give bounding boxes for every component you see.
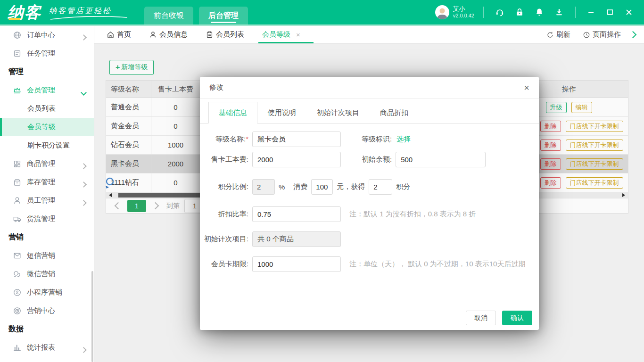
- clock-icon: [583, 31, 590, 39]
- crown-icon: [12, 86, 22, 95]
- card-fee-label: 售卡工本费:: [200, 155, 248, 164]
- chevron-right-icon: [82, 346, 86, 354]
- sidebar-item-wechat-marketing[interactable]: 微信营销: [0, 265, 94, 283]
- choose-badge-link[interactable]: 选择: [396, 135, 411, 144]
- card-term-input[interactable]: [252, 256, 341, 272]
- page-tab-bar: 首页 会员信息 会员列表 会员等级 × 刷新 页面操作: [94, 26, 644, 44]
- sidebar-subitem-member-list[interactable]: 会员列表: [0, 99, 94, 118]
- top-right-cluster: 艾小 v2.0.0.42: [435, 5, 644, 19]
- discount-rate-note: 注：默认 1 为没有折扣，0.8 表示为 8 折: [349, 210, 476, 219]
- tasks-icon: [12, 49, 22, 58]
- lock-button[interactable]: [510, 8, 529, 17]
- store-limit-button[interactable]: 门店线下开卡限制: [566, 158, 623, 170]
- modal-body: 等级名称:* 等级标识: 选择 售卡工本费: 初始余额: 积分比例: % 消费 …: [200, 123, 539, 272]
- sidebar-section-marketing: 营销: [0, 228, 94, 247]
- sidebar-item-member-management[interactable]: 会员管理: [0, 81, 94, 99]
- brand-tagline: 纳客管店更轻松: [49, 6, 129, 16]
- card-fee-input[interactable]: [252, 152, 341, 167]
- tab-member-list[interactable]: 会员列表: [206, 26, 244, 43]
- avatar-person-icon: [435, 5, 449, 19]
- sidebar-item-inventory-management[interactable]: 库存管理: [0, 173, 94, 191]
- points-ratio-input: [252, 179, 275, 195]
- level-name-input[interactable]: [252, 132, 341, 147]
- delete-button[interactable]: 删除: [540, 158, 561, 170]
- modal-tab-initial-count-items[interactable]: 初始计次项目: [306, 102, 370, 123]
- cancel-button[interactable]: 取消: [466, 311, 496, 325]
- sidebar-item-goods-management[interactable]: 商品管理: [0, 155, 94, 173]
- delete-button[interactable]: 删除: [540, 177, 561, 189]
- sidebar-subitem-member-level[interactable]: 会员等级: [0, 118, 94, 136]
- upgrade-button[interactable]: 升级: [546, 102, 567, 113]
- sidebar-item-logistics-management[interactable]: 货流管理: [0, 210, 94, 228]
- sidebar-section-management: 管理: [0, 63, 94, 81]
- confirm-button[interactable]: 确认: [502, 311, 532, 325]
- add-level-button[interactable]: + 新增等级: [109, 60, 154, 75]
- modal-tab-goods-discount[interactable]: 商品折扣: [370, 102, 419, 123]
- support-button[interactable]: [490, 8, 510, 17]
- tab-home[interactable]: 首页: [107, 26, 131, 43]
- page-current[interactable]: 1: [127, 200, 146, 212]
- tab-label: 会员列表: [216, 30, 244, 39]
- edit-level-modal: 修改 × 基础信息 使用说明 初始计次项目 商品折扣 等级名称:* 等级标识: …: [200, 77, 539, 330]
- tab-label: 会员信息: [159, 30, 188, 39]
- delete-button[interactable]: 删除: [540, 121, 561, 132]
- sidebar-item-task-management[interactable]: 任务管理: [0, 44, 94, 63]
- download-button[interactable]: [549, 8, 569, 17]
- column-header-level-name: 等级名称: [106, 81, 151, 98]
- points-ratio-label: 积分比例:: [200, 182, 248, 191]
- tabbar-actions: 刷新 页面操作: [534, 30, 644, 39]
- store-limit-button[interactable]: 门店线下开卡限制: [566, 121, 623, 132]
- sidebar-item-statistics-reports[interactable]: 统计报表: [0, 338, 94, 357]
- sidebar-item-staff-management[interactable]: 员工管理: [0, 191, 94, 210]
- sidebar-item-miniapp-marketing[interactable]: 小程序营销: [0, 283, 94, 302]
- window-maximize-button[interactable]: [601, 8, 619, 17]
- scroll-right-icon[interactable]: [622, 193, 625, 197]
- refresh-icon: [546, 31, 554, 39]
- chevron-right-icon: [82, 162, 86, 170]
- form-row-points-ratio: 积分比例: % 消费 元，获得 积分: [200, 179, 539, 195]
- tab-member-level[interactable]: 会员等级 ×: [262, 26, 300, 43]
- delete-button[interactable]: 删除: [540, 140, 561, 151]
- earn-points-input[interactable]: [369, 179, 392, 195]
- tabbar-expand-button[interactable]: [630, 31, 636, 39]
- notifications-button[interactable]: [529, 8, 549, 17]
- scroll-left-icon[interactable]: [109, 193, 112, 197]
- modal-footer: 取消 确认: [466, 311, 532, 325]
- sidebar-subitem-card-points[interactable]: 刷卡积分设置: [0, 136, 94, 155]
- discount-rate-input[interactable]: [252, 206, 341, 222]
- sidebar-item-partial[interactable]: [0, 357, 94, 362]
- tab-member-info[interactable]: 会员信息: [149, 26, 188, 43]
- modal-tab-basic-info[interactable]: 基础信息: [208, 102, 257, 123]
- miniapp-icon: [12, 288, 22, 297]
- refresh-button[interactable]: 刷新: [546, 30, 570, 39]
- store-limit-button[interactable]: 门店线下开卡限制: [566, 140, 623, 151]
- window-close-button[interactable]: [619, 8, 638, 17]
- page-actions-button[interactable]: 页面操作: [583, 30, 621, 39]
- nav-admin-button[interactable]: 后台管理: [199, 7, 248, 25]
- brand-tagline-wrap: 纳客管店更轻松: [49, 6, 129, 20]
- store-limit-button[interactable]: 门店线下开卡限制: [566, 177, 623, 189]
- top-header-bar: 纳客 纳客管店更轻松 前台收银 后台管理 艾小 v2.0.0.42: [0, 0, 644, 25]
- nav-pos-cashier-button[interactable]: 前台收银: [144, 7, 193, 25]
- page-next-button[interactable]: [153, 202, 158, 210]
- user-icon: [149, 31, 157, 39]
- avatar[interactable]: [435, 5, 449, 19]
- consume-amount-input[interactable]: [311, 179, 333, 195]
- edit-button[interactable]: 编辑: [571, 102, 592, 113]
- header-divider: [575, 7, 576, 18]
- tab-close-icon[interactable]: ×: [296, 31, 300, 39]
- modal-close-icon[interactable]: ×: [524, 83, 529, 92]
- form-row-initial-count: 初始计次项目:: [200, 231, 539, 247]
- initial-balance-input[interactable]: [396, 152, 486, 167]
- earn-label: 元，获得: [337, 182, 365, 191]
- sidebar-item-marketing-center[interactable]: 营销中心: [0, 302, 94, 320]
- plus-icon: +: [116, 63, 120, 72]
- sidebar-item-sms-marketing[interactable]: 短信营销: [0, 247, 94, 265]
- initial-count-input: [252, 231, 341, 247]
- sidebar-item-order-center[interactable]: 订单中心: [0, 26, 94, 44]
- form-row-discount-rate: 折扣比率: 注：默认 1 为没有折扣，0.8 表示为 8 折: [200, 206, 539, 222]
- page-prev-button[interactable]: [116, 202, 121, 210]
- window-minimize-button[interactable]: [582, 8, 601, 17]
- sidebar-scrollbar[interactable]: [91, 271, 93, 362]
- modal-tab-usage-notes[interactable]: 使用说明: [257, 102, 306, 123]
